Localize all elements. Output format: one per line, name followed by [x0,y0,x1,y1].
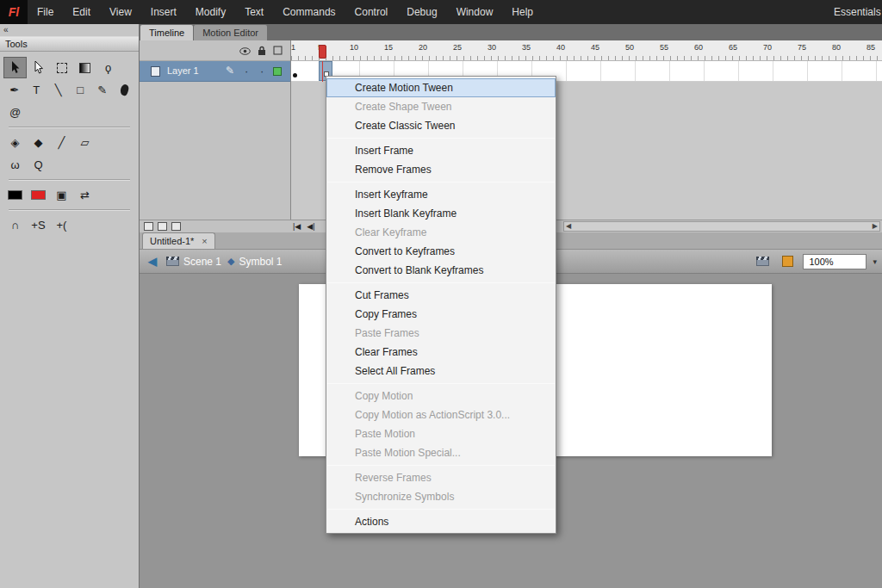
context-menu-item-insert-blank-keyframe[interactable]: Insert Blank Keyframe [326,204,556,223]
gradient-transform-tool[interactable] [73,57,96,78]
eye-icon[interactable] [239,46,251,58]
chevron-down-icon[interactable]: ▾ [873,257,877,266]
context-menu-item-create-motion-tween[interactable]: Create Motion Tween [326,78,556,97]
symbol-breadcrumb[interactable]: ◆ Symbol 1 [227,256,283,268]
black-white-button[interactable]: ▣ [50,184,73,206]
straighten-button[interactable]: +( [50,214,73,236]
context-menu-item-remove-frames[interactable]: Remove Frames [326,160,556,179]
tool-row: ϙ [3,57,135,78]
close-icon[interactable]: × [202,235,207,247]
edit-scene-button[interactable] [753,254,772,269]
eyedropper-tool[interactable]: ╱ [50,132,73,153]
context-menu-item-insert-keyframe[interactable]: Insert Keyframe [326,185,556,204]
layer-lock-dot[interactable]: · [260,65,264,77]
layer-row[interactable]: Layer 1 ✎ · · [140,61,290,82]
ruler-ticks [291,56,882,60]
tools-panel: « Tools ϙ✒T╲□✎@◈◆╱▱ωQ▣⇄∩+S+( [0,24,140,588]
scene-breadcrumb[interactable]: Scene 1 [166,256,221,268]
swap-colors-button[interactable]: ⇄ [73,184,96,206]
rectangle-tool[interactable]: □ [70,79,92,101]
outline-column-icon[interactable] [273,46,283,58]
line-tool[interactable]: ╲ [47,79,70,101]
first-frame-button[interactable]: |◀ [293,221,301,232]
menubar-item-control[interactable]: Control [345,0,398,24]
context-menu-item-actions[interactable]: Actions [326,512,556,531]
lasso-tool[interactable]: ϙ [96,57,120,78]
frame-number: 85 [866,43,875,52]
timeline-horizontal-scrollbar[interactable]: ◀ ▶ [563,221,880,232]
playhead[interactable] [319,45,326,59]
frame-number: 50 [625,43,634,52]
lock-icon[interactable] [258,46,266,59]
workspace-switcher[interactable]: Essentials [834,0,881,24]
edit-symbols-button[interactable] [778,254,797,269]
back-button[interactable]: ◀ [145,255,160,268]
context-menu-item-convert-to-keyframes[interactable]: Convert to Keyframes [326,242,556,261]
scroll-left-arrow-icon[interactable]: ◀ [566,222,571,231]
layer-type-icon [151,66,160,77]
menubar-item-insert[interactable]: Insert [141,0,186,24]
menubar-item-edit[interactable]: Edit [63,0,100,24]
context-menu-item-convert-to-blank-keyframes[interactable]: Convert to Blank Keyframes [326,261,556,280]
tools-grid: ϙ✒T╲□✎@◈◆╱▱ωQ▣⇄∩+S+( [0,52,139,241]
context-menu-item-select-all-frames[interactable]: Select All Frames [326,362,556,381]
menubar-item-modify[interactable]: Modify [186,0,235,24]
timeline-ruler[interactable]: 1510152025303540455055606570758085 [291,40,882,61]
hand-tool[interactable]: ω [3,154,27,176]
stroke-color-swatch[interactable] [3,184,27,206]
new-layer-button[interactable] [144,222,153,231]
stroke-color-swatch-icon [8,190,22,200]
free-transform-tool[interactable] [50,57,73,78]
deco-tool[interactable]: @ [3,102,27,123]
keyframe-marker[interactable] [293,73,297,77]
context-menu-item-cut-frames[interactable]: Cut Frames [326,286,556,305]
brush-tool[interactable] [114,79,136,101]
layer-visibility-dot[interactable]: · [245,65,248,77]
menubar-item-help[interactable]: Help [502,0,543,24]
pencil-tool[interactable]: ✎ [91,79,114,101]
playback-controls: |◀◀| [293,221,315,232]
menubar-item-window[interactable]: Window [447,0,503,24]
menubar: Fl FileEditViewInsertModifyTextCommandsC… [0,0,882,24]
zoom-tool[interactable]: Q [27,154,50,176]
paint-bucket-tool[interactable]: ◈ [3,132,27,153]
menubar-item-view[interactable]: View [100,0,141,24]
tools-divider [9,179,130,181]
menubar-item-commands[interactable]: Commands [273,0,345,24]
tab-timeline[interactable]: Timeline [140,25,193,40]
tools-panel-header[interactable]: Tools [0,36,139,52]
edit-symbols-icon [782,256,793,267]
text-tool[interactable]: T [26,79,48,101]
frame-number: 35 [522,43,531,52]
smooth-button[interactable]: +S [27,214,50,236]
context-menu-item-clear-frames[interactable]: Clear Frames [326,343,556,362]
context-menu-item-copy-frames[interactable]: Copy Frames [326,305,556,324]
pen-tool[interactable]: ✒ [3,79,26,101]
context-menu-item-insert-frame[interactable]: Insert Frame [326,141,556,160]
document-tab[interactable]: Untitled-1* × [142,232,215,249]
menubar-item-file[interactable]: File [28,0,63,24]
ink-bottle-tool[interactable]: ◆ [27,132,50,153]
prev-frame-button[interactable]: ◀| [307,221,314,232]
layer-outline-color-swatch[interactable] [273,67,282,76]
frame-number: 30 [488,43,496,52]
frame-number: 40 [556,43,565,52]
menubar-item-text[interactable]: Text [235,0,273,24]
scroll-right-arrow-icon[interactable]: ▶ [873,222,878,231]
fill-color-swatch[interactable] [27,184,50,206]
frame-number: 20 [419,43,427,52]
collapse-panel-icon[interactable]: « [0,24,139,36]
layer-name[interactable]: Layer 1 [167,65,199,76]
menu-separator [327,182,555,183]
snap-to-objects-button[interactable]: ∩ [3,214,27,236]
subselection-tool[interactable] [27,57,50,78]
tab-motion-editor[interactable]: Motion Editor [194,25,267,40]
context-menu-item-create-classic-tween[interactable]: Create Classic Tween [326,116,556,135]
zoom-select[interactable]: 100% [803,254,866,269]
selection-tool[interactable] [3,57,27,78]
tools-panel-title: Tools [5,39,28,49]
eraser-tool[interactable]: ▱ [73,132,96,153]
delete-layer-button[interactable] [171,222,181,231]
new-folder-button[interactable] [158,222,167,231]
menubar-item-debug[interactable]: Debug [397,0,446,24]
